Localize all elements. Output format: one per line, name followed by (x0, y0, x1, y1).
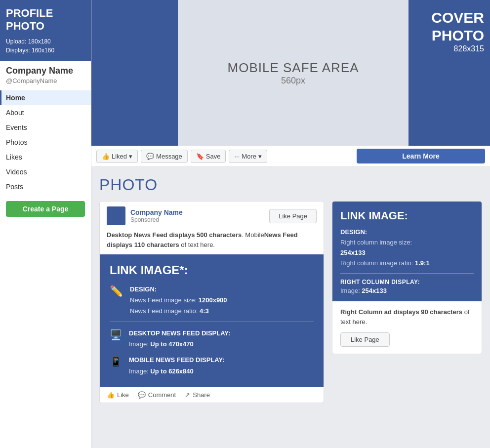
right-design-text: Right column image size: 254x133 Right c… (340, 238, 474, 268)
cover-right-blue: COVER PHOTO 828x315 (408, 0, 490, 146)
cards-row: Company Name Sponsored Like Page Desktop… (99, 201, 482, 403)
pencil-icon: ✏️ (110, 285, 123, 298)
card-header: Company Name Sponsored Like Page (100, 202, 324, 230)
mobile-image-label: Image: (129, 367, 150, 375)
right-divider (340, 273, 474, 274)
desktop-image-label: Image: (129, 340, 150, 348)
body-text2: of text here. (179, 241, 215, 248)
sidebar-item-photos[interactable]: Photos (0, 135, 91, 150)
link-divider (110, 322, 314, 322)
desktop-display-row: 🖥️ DESKTOP NEWS FEED DISPLAY: Image: Up … (110, 328, 314, 350)
right-col-size-label: Right column image size: (340, 239, 412, 246)
profile-photo-title: PROFILE PHOTO (6, 7, 85, 33)
photo-heading: PHOTO (99, 176, 482, 194)
mobile-safe-px: 560px (281, 76, 305, 86)
liked-button[interactable]: 👍 Liked ▾ (96, 150, 138, 163)
desktop-display-label: DESKTOP NEWS FEED DISPLAY: (129, 329, 230, 337)
right-col-image-value: 254x133 (362, 287, 387, 294)
comment-button[interactable]: 💬 Comment (138, 391, 176, 399)
design-label: DESIGN: (130, 285, 157, 293)
sidebar-item-home[interactable]: Home (0, 90, 91, 105)
share-icon: ↗ (185, 391, 190, 399)
like-button[interactable]: 👍 Like (107, 391, 129, 399)
profile-photo-box: PROFILE PHOTO Upload: 180x180 Displays: … (0, 0, 91, 61)
card-footer: 👍 Like 💬 Comment ↗ Share (100, 387, 324, 403)
nav-list: Home About Events Photos Likes Videos Po… (0, 90, 91, 194)
sidebar-item-likes[interactable]: Likes (0, 150, 91, 164)
learn-more-button[interactable]: Learn More (357, 149, 485, 163)
mobile-display-row: 📱 MOBILE NEWS FEED DISPLAY: Image: Up to… (110, 355, 314, 376)
more-button[interactable]: ··· More ▾ (229, 150, 267, 163)
save-button[interactable]: 🔖 Save (191, 150, 226, 163)
mobile-icon: 📱 (110, 356, 122, 367)
mobile-image-value: Up to 626x840 (150, 367, 193, 375)
like-page-button-right[interactable]: Like Page (340, 332, 390, 347)
link-image-details: DESIGN: News Feed image size: 1200x900 N… (130, 284, 227, 317)
action-bar: 👍 Liked ▾ 💬 Message 🔖 Save ··· More ▾ Le… (91, 146, 490, 167)
link-image-title: LINK IMAGE*: (110, 263, 314, 277)
share-button[interactable]: ↗ Share (185, 391, 210, 399)
mobile-display-label: MOBILE NEWS FEED DISPLAY: (129, 356, 225, 364)
right-col-ratio-label: Right column image ratio: (340, 259, 415, 267)
sidebar: PROFILE PHOTO Upload: 180x180 Displays: … (0, 0, 91, 448)
comment-icon: 💬 (138, 391, 146, 399)
photo-section: PHOTO Company Name Sponsored Like Page D… (91, 167, 490, 408)
ellipsis-icon: ··· (234, 153, 240, 160)
body-text1: . Mobile (242, 231, 264, 239)
card-right-title: LINK IMAGE: (340, 209, 474, 222)
mobile-safe-label: MOBILE SAFE AREA (228, 60, 359, 76)
company-handle: @CompanyName (0, 77, 91, 88)
card-company-name: Company Name (130, 208, 269, 216)
thumbs-up-icon: 👍 (102, 153, 110, 160)
desktop-image-value: Up to 470x470 (150, 340, 193, 348)
news-feed-size-value: 1200x900 (199, 296, 227, 304)
card-company-info: Company Name Sponsored (130, 208, 269, 223)
right-col-image-label: Image: (340, 287, 362, 294)
cover-left-blue (91, 0, 178, 146)
mobile-display-details: MOBILE NEWS FEED DISPLAY: Image: Up to 6… (129, 355, 225, 376)
avatar (107, 206, 125, 225)
cover-photo-label: COVER PHOTO (414, 9, 484, 44)
news-feed-ratio-value: 4:3 (200, 307, 209, 315)
card-right-top: LINK IMAGE: DESIGN: Right column image s… (332, 202, 482, 301)
right-col-ratio-value: 1.9:1 (415, 259, 430, 267)
card-right-bottom: Right Column ad displays 90 characters o… (332, 301, 482, 354)
card-sponsored: Sponsored (130, 216, 269, 223)
news-feed-size-label: News Feed image size: (130, 296, 199, 304)
cover-area: MOBILE SAFE AREA 560px COVER PHOTO 828x3… (91, 0, 490, 146)
message-button[interactable]: 💬 Message (141, 150, 188, 163)
right-col-size-value: 254x133 (340, 249, 366, 256)
card-body-text: Desktop News Feed displays 500 character… (100, 230, 324, 254)
message-icon: 💬 (146, 153, 154, 160)
like-icon: 👍 (107, 391, 115, 399)
design-row: ✏️ DESIGN: News Feed image size: 1200x90… (110, 284, 314, 317)
like-page-button-left[interactable]: Like Page (269, 209, 317, 223)
right-bottom-text: Right Column ad displays 90 characters o… (340, 307, 474, 326)
create-page-button[interactable]: Create a Page (6, 201, 85, 217)
right-bottom-bold: Right Column ad displays 90 characters (340, 308, 462, 316)
sidebar-item-about[interactable]: About (0, 105, 91, 120)
right-design-label: DESIGN: (340, 228, 474, 236)
sidebar-item-events[interactable]: Events (0, 120, 91, 135)
bookmark-icon: 🔖 (196, 153, 204, 160)
profile-photo-upload: Upload: 180x180 Displays: 160x160 (6, 37, 85, 55)
body-bold1: Desktop News Feed displays 500 character… (107, 231, 242, 239)
main-content: MOBILE SAFE AREA 560px COVER PHOTO 828x3… (91, 0, 490, 448)
link-image-box: LINK IMAGE*: ✏️ DESIGN: News Feed image … (100, 254, 324, 387)
chevron-down-icon: ▾ (129, 153, 132, 160)
desktop-display-details: DESKTOP NEWS FEED DISPLAY: Image: Up to … (129, 328, 230, 350)
sidebar-item-posts[interactable]: Posts (0, 179, 91, 194)
company-name: Company Name (0, 61, 91, 77)
sidebar-item-videos[interactable]: Videos (0, 164, 91, 179)
chevron-down-icon: ▾ (258, 153, 262, 160)
right-display-label: RIGHT COLUMN DISPLAY: (340, 279, 474, 285)
right-display-text: Image: 254x133 (340, 287, 474, 294)
mobile-safe-area: MOBILE SAFE AREA 560px (178, 0, 408, 146)
monitor-icon: 🖥️ (110, 329, 122, 341)
card-left: Company Name Sponsored Like Page Desktop… (99, 201, 324, 403)
card-right: LINK IMAGE: DESIGN: Right column image s… (332, 201, 482, 354)
news-feed-ratio-label: News Feed image ratio: (130, 307, 200, 315)
cover-photo-size: 828x315 (454, 44, 484, 53)
